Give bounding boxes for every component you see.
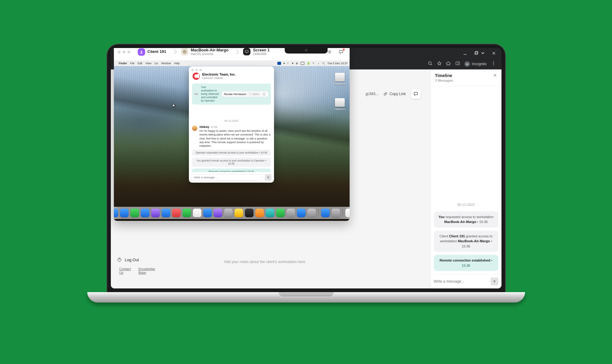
breadcrumb-client[interactable]: Client 191 xyxy=(136,48,168,57)
kb-link[interactable]: Knowledge Base xyxy=(138,267,159,274)
timeline-close-button[interactable] xyxy=(493,73,497,79)
breadcrumb-device-sub: macOS Sonoma xyxy=(191,52,229,56)
timeline-send-button[interactable] xyxy=(490,277,498,285)
dock-app[interactable] xyxy=(287,209,295,217)
dock-app[interactable] xyxy=(114,209,118,217)
dock-app[interactable] xyxy=(255,209,264,217)
dock-app[interactable] xyxy=(141,209,149,217)
status-icon[interactable] xyxy=(292,63,293,64)
dock-app[interactable] xyxy=(332,209,340,217)
company-logo-icon xyxy=(193,72,200,80)
dock-app[interactable] xyxy=(203,209,212,217)
svg-point-5 xyxy=(428,62,431,65)
remote-chat-button[interactable] xyxy=(337,48,346,57)
status-icon[interactable] xyxy=(301,62,304,65)
search-icon[interactable] xyxy=(428,61,433,67)
open-timeline-button[interactable] xyxy=(411,89,421,99)
client-message-input[interactable] xyxy=(191,174,262,181)
menubar-item[interactable]: File xyxy=(130,62,135,65)
dock-app[interactable] xyxy=(224,209,233,217)
dock-app[interactable] xyxy=(130,209,139,217)
timeline-message-input[interactable] xyxy=(434,279,488,284)
timeline-subtitle: 3 Messages xyxy=(435,79,453,82)
desktop-icon-label: Helpwire xyxy=(334,108,345,111)
timeline-panel: Timeline 3 Messages 05-12-2023 You reque… xyxy=(430,69,501,288)
dock-app[interactable] xyxy=(245,209,253,217)
status-icon[interactable]: ⊕ xyxy=(296,62,298,65)
menubar-item[interactable]: Edit xyxy=(138,62,143,65)
remote-viewport[interactable]: Finder File Edit View Go Window Help ☾ xyxy=(114,61,350,221)
dock-app[interactable] xyxy=(321,209,330,217)
mac-traffic-lights[interactable] xyxy=(191,69,202,71)
dock-app[interactable] xyxy=(235,209,243,217)
message-body: Hi! I'm happy to assist. Here you'll see… xyxy=(200,129,271,148)
company-name: Electronic Team, Inc. xyxy=(202,72,236,76)
window-chevron-icon[interactable] xyxy=(481,51,485,57)
menu-dots-icon[interactable] xyxy=(491,61,496,67)
menubar-item[interactable]: Window xyxy=(161,62,171,65)
client-send-button[interactable] xyxy=(265,174,272,181)
revoke-permission-button[interactable]: Revoke Permission ⌥ Option Q xyxy=(222,91,268,97)
dock-app[interactable] xyxy=(276,209,285,217)
desktop-icon[interactable]: Helpwire xyxy=(334,98,345,111)
dock-app[interactable] xyxy=(266,209,274,217)
status-icon[interactable] xyxy=(277,62,281,65)
svg-line-6 xyxy=(431,64,432,65)
breadcrumb-client-label: Client 191 xyxy=(148,50,166,54)
system-event: You granted remote access to your workst… xyxy=(192,158,271,167)
dock-app[interactable] xyxy=(151,209,160,217)
wifi-icon[interactable]: ᯤ xyxy=(313,62,315,65)
bookmark-star-icon[interactable] xyxy=(437,61,442,67)
menubar-item[interactable]: View xyxy=(145,62,151,65)
search-icon[interactable]: ⌕ xyxy=(318,62,319,65)
chat-date: 05.12.2023 xyxy=(192,119,271,122)
close-icon xyxy=(493,73,497,77)
dock-app[interactable] xyxy=(345,209,350,217)
breadcrumb-device[interactable]: MacBook-Air-MargomacOS Sonoma xyxy=(171,48,231,57)
session-id: gUM3... xyxy=(366,92,378,96)
breadcrumb-screen-sub: 1440x900 xyxy=(253,52,269,56)
dock-app[interactable] xyxy=(162,209,170,217)
mac-traffic-lights[interactable] xyxy=(118,50,130,54)
status-icon[interactable]: ☾ xyxy=(287,62,290,65)
desktop-icon[interactable]: Helpwire xyxy=(334,73,345,85)
window-restore-icon[interactable] xyxy=(474,51,478,57)
dock-app[interactable] xyxy=(297,209,306,217)
control-center-icon[interactable]: ⌥ xyxy=(322,62,325,65)
svg-rect-1 xyxy=(475,52,477,54)
speech-bubble-icon xyxy=(413,91,418,96)
menubar-clock[interactable]: Tue 5 Dec 15:37 xyxy=(327,62,347,65)
dock-app[interactable] xyxy=(182,209,191,217)
kbd-shortcut: ⌥ Option xyxy=(247,92,261,96)
operator-name: Operator Oleksiy xyxy=(202,76,236,80)
breadcrumb-screen[interactable]: Screen 11440x900 xyxy=(233,48,271,57)
window-close-icon[interactable] xyxy=(492,51,496,57)
extension-puzzle-icon[interactable] xyxy=(446,61,451,67)
incognito-icon xyxy=(464,61,470,67)
window-minimize-icon[interactable] xyxy=(463,51,467,57)
dock-app[interactable] xyxy=(120,209,129,217)
system-event: Remote connection established • 15:36 xyxy=(192,169,271,172)
notes-placeholder[interactable]: Add your notes about the client's workst… xyxy=(224,260,306,264)
sidepanel-icon[interactable] xyxy=(455,61,460,67)
menubar-app[interactable]: Finder xyxy=(119,62,127,65)
svg-rect-2 xyxy=(475,51,478,54)
logout-button[interactable]: Log Out xyxy=(114,254,165,265)
dock-app[interactable] xyxy=(214,209,222,217)
copy-link-label: Copy Link xyxy=(389,92,406,96)
dock-app[interactable] xyxy=(172,209,181,217)
contact-link[interactable]: Contact Us xyxy=(119,267,133,274)
avatar xyxy=(192,125,197,131)
svg-point-11 xyxy=(493,61,494,62)
timeline-event: Remote connection established • 15:36 xyxy=(434,255,498,271)
kbd-shortcut: Q xyxy=(262,92,266,96)
menubar-item[interactable]: Help xyxy=(174,62,180,65)
menubar-item[interactable]: Go xyxy=(154,62,158,65)
dock-app[interactable] xyxy=(307,209,316,217)
incognito-indicator[interactable]: Incognito xyxy=(464,61,487,67)
status-icon[interactable] xyxy=(283,63,285,64)
svg-point-22 xyxy=(329,51,330,53)
dock-app[interactable] xyxy=(193,209,201,217)
status-icon[interactable]: 🔋 xyxy=(307,62,310,65)
copy-link-button[interactable]: Copy Link xyxy=(383,92,406,96)
